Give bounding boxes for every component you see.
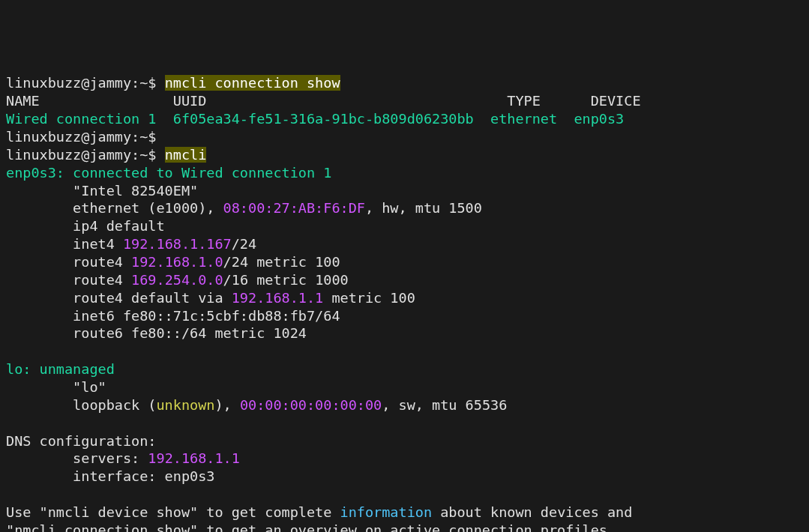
command-text: nmcli [165,147,207,163]
ip-address: 192.168.1.1 [232,290,324,306]
dns-servers-line: servers: 192.168.1.1 [6,450,240,466]
terminal-output[interactable]: linuxbuzz@jammy:~$ nmcli connection show… [6,74,803,532]
device-ethernet-line: ethernet (e1000), 08:00:27:AB:F6:DF, hw,… [6,200,482,216]
cell-device: enp0s3 [574,111,624,127]
device-header: enp0s3: connected to Wired connection 1 [6,165,331,181]
ip-address: 169.254.0.0 [131,272,223,288]
info-highlight: information [340,504,433,520]
mac-address: 08:00:27:AB:F6:DF [223,200,365,216]
route4-line: route4 default via 192.168.1.1 metric 10… [6,290,415,306]
route4-line: route4 169.254.0.0/16 metric 1000 [6,272,349,288]
cell-name: Wired connection 1 [6,111,156,127]
col-uuid: UUID [173,93,207,109]
col-name: NAME [6,93,40,109]
ip-address: 192.168.1.0 [131,254,223,270]
prompt-line: linuxbuzz@jammy:~$ nmcli [6,147,206,163]
col-device: DEVICE [591,93,641,109]
prompt-line: linuxbuzz@jammy:~$ nmcli connection show [6,75,340,91]
ip4-default: ip4 default [6,218,165,234]
inet4-line: inet4 192.168.1.167/24 [6,236,256,252]
mac-address: 00:00:00:00:00:00 [240,397,382,413]
command-text: nmcli connection show [165,75,340,91]
route4-line: route4 192.168.1.0/24 metric 100 [6,254,340,270]
loopback-line: loopback (unknown), 00:00:00:00:00:00, s… [6,397,507,413]
footer-line: Use "nmcli device show" to get complete … [6,504,632,520]
ip-address: 192.168.1.1 [148,450,240,466]
device-desc: "Intel 82540EM" [6,183,198,199]
device-header: lo: unmanaged [6,361,115,377]
unknown-label: unknown [156,397,214,413]
shell-prompt: linuxbuzz@jammy:~$ [6,147,165,163]
shell-prompt: linuxbuzz@jammy:~$ [6,75,165,91]
dns-header: DNS configuration: [6,433,156,449]
col-type: TYPE [507,93,541,109]
ip-address: 192.168.1.167 [123,236,232,252]
cell-uuid: 6f05ea34-fe51-316a-91bc-b809d06230bb [173,111,474,127]
footer-line: "nmcli connection show" to get an overvi… [6,522,616,532]
table-row: Wired connection 1 6f05ea34-fe51-316a-91… [6,111,624,127]
shell-prompt: linuxbuzz@jammy:~$ [6,129,165,145]
cell-type: ethernet [490,111,557,127]
prompt-line: linuxbuzz@jammy:~$ [6,129,165,145]
inet6-line: inet6 fe80::71c:5cbf:db88:fb7/64 [6,308,340,324]
table-header-row: NAME UUID TYPE DEVICE [6,93,641,109]
route6-line: route6 fe80::/64 metric 1024 [6,325,307,341]
dns-interface-line: interface: enp0s3 [6,468,214,484]
device-desc: "lo" [6,379,106,395]
